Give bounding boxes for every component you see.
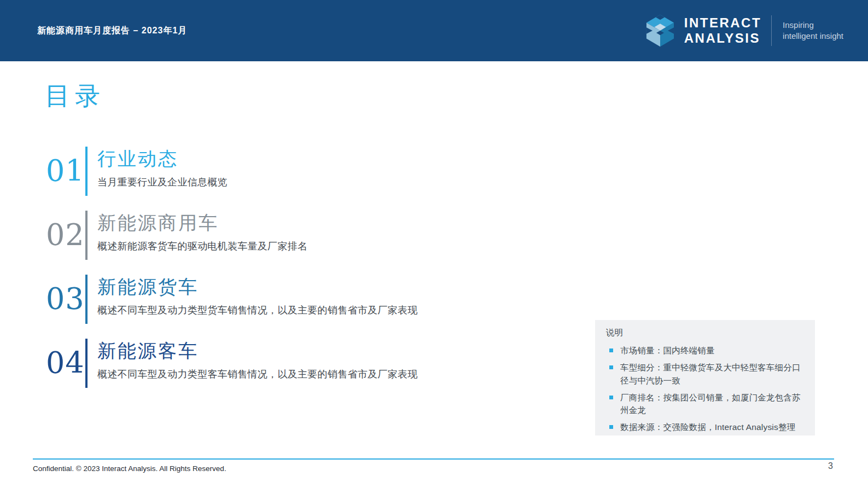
header-bar: 新能源商用车月度报告 – 2023年1月 INTERACT ANALYSIS I… <box>0 0 868 61</box>
note-text: 数据来源：交强险数据，Interact Analysis整理 <box>620 421 795 433</box>
note-item: 市场销量：国内终端销量 <box>606 344 805 357</box>
toc-item-subtitle: 概述不同车型及动力类型客车销售情况，以及主要的销售省市及厂家表现 <box>97 368 418 381</box>
footer-copyright: Confidential. © 2023 Interact Analysis. … <box>33 464 226 473</box>
toc-item-accent-bar <box>85 147 88 196</box>
bullet-square-icon <box>609 365 613 369</box>
toc-item-title: 新能源货车 <box>97 276 418 298</box>
note-item: 厂商排名：按集团公司销量，如厦门金龙包含苏州金龙 <box>606 391 805 417</box>
toc-item-accent-bar <box>85 275 88 324</box>
report-title: 新能源商用车月度报告 – 2023年1月 <box>37 25 187 37</box>
note-text: 车型细分：重中轻微货车及大中轻型客车细分口径与中汽协一致 <box>620 361 805 387</box>
toc-item-number: 03 <box>46 275 83 324</box>
logo-tagline-line1: Inspiring <box>783 20 843 31</box>
toc-item-03[interactable]: 03 新能源货车 概述不同车型及动力类型货车销售情况，以及主要的销售省市及厂家表… <box>46 275 473 324</box>
interact-analysis-logo-icon <box>645 14 675 48</box>
toc-heading: 目录 <box>45 81 105 111</box>
logo-wordmark-line2: ANALYSIS <box>684 31 761 46</box>
toc-item-text: 新能源商用车 概述新能源客货车的驱动电机装车量及厂家排名 <box>97 211 307 260</box>
note-text: 厂商排名：按集团公司销量，如厦门金龙包含苏州金龙 <box>620 391 805 417</box>
page-number: 3 <box>828 461 833 471</box>
toc-item-text: 新能源客车 概述不同车型及动力类型客车销售情况，以及主要的销售省市及厂家表现 <box>97 339 418 388</box>
note-item: 车型细分：重中轻微货车及大中轻型客车细分口径与中汽协一致 <box>606 361 805 387</box>
bullet-square-icon <box>609 348 613 352</box>
toc-item-accent-bar <box>85 211 88 260</box>
toc-item-number: 01 <box>46 147 83 196</box>
toc-item-title: 行业动态 <box>97 148 228 170</box>
toc-list: 01 行业动态 当月重要行业及企业信息概览 02 新能源商用车 概述新能源客货车… <box>46 147 473 403</box>
toc-item-01[interactable]: 01 行业动态 当月重要行业及企业信息概览 <box>46 147 473 196</box>
toc-item-accent-bar <box>85 339 88 388</box>
logo-divider <box>771 15 772 46</box>
toc-item-subtitle: 概述不同车型及动力类型货车销售情况，以及主要的销售省市及厂家表现 <box>97 304 418 317</box>
toc-item-number: 02 <box>46 211 83 260</box>
logo-tagline-line2: intelligent insight <box>783 31 843 42</box>
toc-item-subtitle: 概述新能源客货车的驱动电机装车量及厂家排名 <box>97 240 307 253</box>
notes-panel: 说明 市场销量：国内终端销量 车型细分：重中轻微货车及大中轻型客车细分口径与中汽… <box>595 320 815 435</box>
logo-tagline: Inspiring intelligent insight <box>783 20 843 42</box>
bullet-square-icon <box>609 396 613 399</box>
bullet-square-icon <box>609 425 613 429</box>
note-text: 市场销量：国内终端销量 <box>620 344 715 357</box>
toc-item-02[interactable]: 02 新能源商用车 概述新能源客货车的驱动电机装车量及厂家排名 <box>46 211 473 260</box>
interact-analysis-logo: INTERACT ANALYSIS Inspiring intelligent … <box>645 14 843 48</box>
notes-heading: 说明 <box>606 327 805 339</box>
toc-item-number: 04 <box>46 339 83 388</box>
toc-item-text: 行业动态 当月重要行业及企业信息概览 <box>97 147 228 196</box>
toc-item-title: 新能源客车 <box>97 340 418 362</box>
toc-item-text: 新能源货车 概述不同车型及动力类型货车销售情况，以及主要的销售省市及厂家表现 <box>97 275 418 324</box>
toc-item-subtitle: 当月重要行业及企业信息概览 <box>97 176 228 189</box>
logo-wordmark: INTERACT ANALYSIS <box>684 15 761 47</box>
logo-wordmark-line1: INTERACT <box>684 15 761 31</box>
note-item: 数据来源：交强险数据，Interact Analysis整理 <box>606 421 805 433</box>
toc-item-title: 新能源商用车 <box>97 212 307 234</box>
toc-item-04[interactable]: 04 新能源客车 概述不同车型及动力类型客车销售情况，以及主要的销售省市及厂家表… <box>46 339 473 388</box>
footer-divider <box>33 458 834 460</box>
